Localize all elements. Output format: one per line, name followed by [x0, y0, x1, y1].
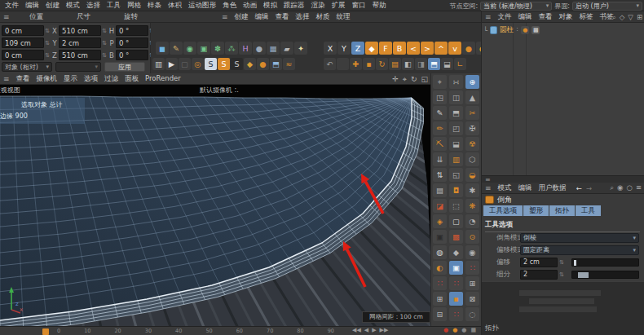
toggle-view-icon[interactable]: ◱: [421, 75, 428, 83]
timeline-bar[interactable]: 0102030405060708090 ◀◀◀▶▶▶ ●●●▦: [0, 326, 481, 335]
red-box-icon[interactable]: ◪: [433, 199, 447, 213]
active-tool-icon[interactable]: ▪: [449, 292, 463, 306]
panel-grip-icon[interactable]: ≡: [0, 75, 13, 83]
pie-icon[interactable]: ◔: [465, 214, 479, 228]
page-icon[interactable]: ◍: [433, 245, 447, 259]
offset-slider[interactable]: [571, 258, 639, 267]
menu-item[interactable]: 动画: [240, 1, 260, 11]
object-manager-menu-item[interactable]: 文件: [495, 12, 515, 22]
cube-a-icon[interactable]: ◫: [449, 90, 463, 104]
dots-grid3-icon[interactable]: ⊞: [465, 276, 479, 290]
attribute-menu-item[interactable]: 用户数据: [536, 183, 570, 193]
attribute-menu-item[interactable]: 模式: [495, 183, 515, 193]
keyframe-icon[interactable]: ●: [452, 327, 457, 333]
menu-item[interactable]: 创建: [42, 1, 63, 11]
rot-p-input[interactable]: 0 °: [116, 37, 148, 48]
dots-red4-icon[interactable]: ∷: [465, 261, 479, 275]
field-sphere-icon[interactable]: ●: [253, 42, 266, 55]
cube-tool-icon[interactable]: ◼: [156, 42, 169, 55]
pick-tool-icon[interactable]: ⌖: [433, 75, 447, 89]
stamp-icon[interactable]: ⬚: [449, 199, 463, 213]
dots-red-icon[interactable]: ∷: [433, 276, 447, 290]
record-icon[interactable]: ●: [443, 327, 448, 333]
material-menu-item[interactable]: 查看: [272, 12, 293, 22]
dots-red3-icon[interactable]: ∷: [449, 307, 463, 321]
levels-icon[interactable]: ▤: [433, 183, 447, 197]
panel-grip-icon[interactable]: ≡: [482, 13, 495, 21]
phong-tag-icon[interactable]: ●: [521, 26, 529, 34]
coord-mode2-select[interactable]: ▾: [55, 62, 101, 72]
extrude-icon[interactable]: ◈: [433, 214, 447, 228]
spinner-icon[interactable]: ⇅: [44, 52, 51, 59]
menu-item[interactable]: 帮助: [369, 1, 390, 11]
rect-select-icon[interactable]: ◳: [433, 90, 447, 104]
pick-axe-icon[interactable]: ⛏: [433, 137, 447, 151]
offset-mode-select[interactable]: 固定距离▾: [520, 245, 639, 255]
black-cube-icon[interactable]: ▣: [433, 230, 447, 244]
menu-item[interactable]: 文件: [2, 1, 22, 11]
timeline-marker-icon[interactable]: [42, 328, 49, 335]
ring-icon[interactable]: ◉: [465, 245, 479, 259]
playback-icon[interactable]: ◀: [364, 327, 368, 333]
cube-e-icon[interactable]: ◱: [449, 168, 463, 182]
spinner-icon[interactable]: ⇅: [44, 40, 51, 46]
material-menu-item[interactable]: 创建: [232, 12, 252, 22]
apply-button[interactable]: 应用: [104, 62, 145, 72]
size-z-input[interactable]: 510 cm: [59, 50, 101, 60]
menu-item[interactable]: 渲染: [308, 1, 329, 11]
primitive-icon[interactable]: ▣: [197, 42, 210, 55]
viewport-menu-item[interactable]: 查看: [13, 74, 33, 84]
wave-icon[interactable]: ≈: [283, 58, 295, 70]
spinner-icon[interactable]: ⇅: [101, 52, 108, 59]
globe-icon[interactable]: ⊕: [465, 75, 479, 89]
orange-dot1-icon[interactable]: ●: [462, 42, 475, 55]
attribute-menu-item[interactable]: 编辑: [515, 183, 536, 193]
spinner-icon[interactable]: ⇅: [101, 28, 108, 34]
add-icon[interactable]: ✚: [350, 58, 362, 70]
snap-settings-icon[interactable]: S: [231, 58, 243, 70]
playback-icon[interactable]: ▶: [372, 327, 376, 333]
points-icon[interactable]: ∺: [449, 75, 463, 89]
offset-input[interactable]: 2 cm: [520, 258, 558, 267]
panel-grip-icon[interactable]: ≡: [218, 13, 232, 21]
snap-mode-icon[interactable]: S: [218, 58, 230, 70]
light-icon[interactable]: ✦: [294, 42, 307, 55]
cross-tool-icon[interactable]: ✠: [465, 121, 479, 135]
layout-icon[interactable]: ⊞: [637, 13, 642, 21]
pen-tool-icon[interactable]: ✎: [170, 42, 183, 55]
pos-x-input[interactable]: 0 cm: [2, 25, 44, 36]
trash-icon[interactable]: ▩: [449, 230, 463, 244]
half-sphere-icon[interactable]: ◒: [465, 168, 479, 182]
empty-icon[interactable]: ◌: [465, 307, 479, 321]
texture-tag-icon[interactable]: ▩: [532, 26, 540, 34]
object-tree[interactable]: └ 圆柱 ∶ ● ▩: [482, 23, 644, 175]
menu-item[interactable]: 扩展: [329, 1, 349, 11]
brush-tool-icon[interactable]: ✏: [433, 121, 447, 135]
menu-item[interactable]: 网格: [124, 1, 144, 11]
coord-mode-select[interactable]: 对象 (相对)▾: [2, 62, 52, 72]
menu-item[interactable]: 运动图形: [185, 1, 219, 11]
rotate-view-icon[interactable]: ↻: [411, 75, 417, 83]
tab-tool-options[interactable]: 工具选项: [483, 205, 523, 216]
material-menu-item[interactable]: 编辑: [252, 12, 272, 22]
cube-b-icon[interactable]: ⬒: [449, 106, 463, 120]
quantize-icon[interactable]: ▪: [363, 58, 375, 70]
axis-y-lock-icon[interactable]: Y: [337, 42, 351, 55]
menu-item[interactable]: 角色: [219, 1, 240, 11]
poly-mode-icon[interactable]: ⬓: [441, 58, 453, 70]
viewport-menu-item[interactable]: 面板: [121, 74, 142, 84]
filter-shape-icon[interactable]: ◇: [620, 13, 625, 21]
star-tool-icon[interactable]: ✱: [465, 183, 479, 197]
object-manager-menu-item[interactable]: 编辑: [515, 12, 536, 22]
spacer-icon[interactable]: [337, 58, 349, 70]
cube-c-icon[interactable]: ◰: [449, 121, 463, 135]
size-y-input[interactable]: 2 cm: [59, 37, 101, 48]
menu-item[interactable]: 体积: [165, 1, 185, 11]
axis-x-lock-icon[interactable]: X: [324, 42, 337, 55]
object-row-cylinder[interactable]: └ 圆柱 ∶ ● ▩: [483, 24, 540, 35]
cone-icon[interactable]: ▲: [465, 90, 479, 104]
bridge-icon[interactable]: ▥: [449, 152, 463, 166]
knife-tool-icon[interactable]: ✎: [433, 106, 447, 120]
workplane-icon[interactable]: ◆: [365, 42, 378, 55]
pos-y-input[interactable]: 109 cm: [2, 37, 44, 48]
